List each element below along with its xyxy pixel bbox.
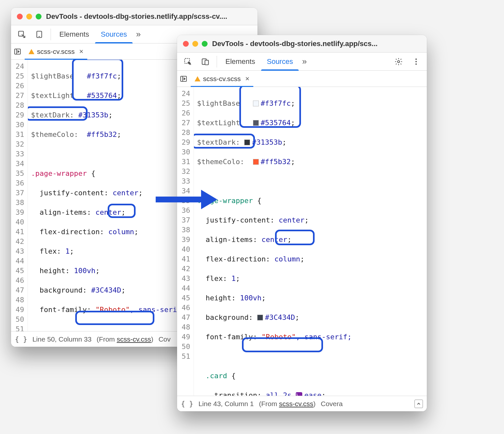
file-tab[interactable]: scss-cv.scss × — [191, 71, 253, 87]
source-file-link[interactable]: scss-cv.css — [117, 335, 151, 343]
tab-elements[interactable]: Elements — [220, 53, 261, 70]
bezier-swatch-icon[interactable] — [296, 392, 302, 396]
code-content[interactable]: $lightBase #f3f7fc; $textLight #535764; … — [194, 87, 427, 396]
devtools-window-after: DevTools - devtools-dbg-stories.netlify.… — [177, 35, 427, 411]
color-swatch[interactable] — [244, 139, 250, 145]
line-gutter: 2425262728293031323334353637383940414243… — [177, 87, 194, 396]
svg-point-14 — [415, 61, 417, 62]
svg-point-15 — [415, 63, 417, 65]
separator — [51, 29, 51, 40]
inspect-icon[interactable] — [13, 28, 30, 41]
navigator-toggle-icon[interactable] — [180, 75, 187, 83]
inspect-icon[interactable] — [179, 55, 197, 68]
file-tabs-bar: scss-cv.scss × — [177, 71, 427, 87]
device-icon[interactable] — [197, 55, 214, 68]
minimize-icon[interactable] — [26, 14, 32, 19]
close-icon[interactable] — [183, 41, 189, 47]
more-tabs-icon[interactable]: » — [133, 29, 144, 39]
more-tabs-icon[interactable]: » — [299, 56, 310, 66]
close-tab-icon[interactable]: × — [77, 47, 83, 56]
device-icon[interactable] — [30, 28, 48, 41]
window-controls — [183, 41, 208, 47]
status-bar: { } Line 43, Column 1 (From scss-cv.css)… — [177, 396, 427, 411]
gear-icon[interactable] — [390, 55, 407, 68]
source-map-info: (From scss-cv.css) — [97, 335, 153, 343]
comparison-arrow — [152, 185, 217, 215]
maximize-icon[interactable] — [36, 14, 42, 19]
color-swatch[interactable] — [253, 120, 259, 126]
file-tab[interactable]: scss-cv.scss × — [25, 43, 87, 59]
drawer-toggle-icon[interactable] — [414, 400, 423, 408]
window-title: DevTools - devtools-dbg-stories.netlify.… — [46, 12, 252, 21]
navigator-toggle-icon[interactable] — [14, 48, 21, 55]
warning-icon — [195, 76, 200, 81]
tab-elements[interactable]: Elements — [54, 25, 95, 43]
color-swatch[interactable] — [257, 315, 263, 320]
main-toolbar: Elements Sources » — [177, 53, 427, 71]
tab-sources[interactable]: Sources — [95, 25, 133, 43]
separator — [217, 56, 217, 67]
file-name: scss-cv.scss — [37, 48, 75, 55]
format-icon[interactable]: { } — [15, 335, 27, 343]
close-tab-icon[interactable]: × — [243, 75, 249, 83]
source-file-link[interactable]: scss-cv.css — [279, 400, 313, 407]
titlebar: DevTools - devtools-dbg-stories.netlify.… — [11, 8, 258, 25]
svg-point-12 — [398, 60, 400, 63]
svg-rect-11 — [205, 60, 209, 65]
svg-marker-1 — [201, 190, 217, 209]
svg-point-13 — [415, 58, 417, 60]
cursor-position: Line 50, Column 33 — [32, 335, 91, 343]
code-editor[interactable]: 2425262728293031323334353637383940414243… — [177, 87, 427, 396]
format-icon[interactable]: { } — [181, 400, 193, 408]
coverage-label: Cov — [159, 335, 171, 343]
tab-sources[interactable]: Sources — [261, 53, 299, 70]
color-swatch[interactable] — [253, 159, 259, 165]
titlebar: DevTools - devtools-dbg-stories.netlify.… — [177, 35, 427, 53]
window-controls — [17, 14, 42, 19]
svg-marker-18 — [184, 78, 185, 80]
close-icon[interactable] — [17, 14, 23, 19]
coverage-label: Covera — [321, 400, 343, 408]
file-name: scss-cv.scss — [203, 75, 241, 83]
source-map-info: (From scss-cv.css) — [259, 400, 316, 408]
line-gutter: 2425262728293031323334353637383940414243… — [11, 60, 28, 331]
warning-icon — [29, 49, 34, 54]
color-swatch[interactable] — [253, 101, 259, 106]
minimize-icon[interactable] — [192, 41, 198, 47]
svg-marker-7 — [18, 51, 19, 53]
maximize-icon[interactable] — [202, 41, 208, 47]
more-icon[interactable] — [407, 55, 425, 68]
cursor-position: Line 43, Column 1 — [198, 400, 254, 408]
window-title: DevTools - devtools-dbg-stories.netlify.… — [212, 40, 421, 48]
